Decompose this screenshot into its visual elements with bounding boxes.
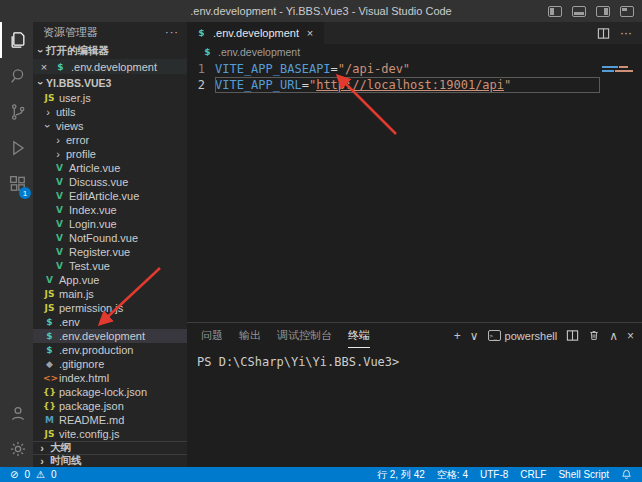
tree-item[interactable]: ◆.gitignore (33, 357, 187, 371)
tree-item-label: Login.vue (69, 218, 117, 230)
tab-env-development[interactable]: $ .env.development × (187, 22, 324, 44)
problems-status[interactable]: ⊘ 0 ⚠ 0 (10, 469, 56, 480)
project-root-header[interactable]: › YI.BBS.VUE3 (33, 74, 187, 91)
env-file-icon: $ (43, 331, 56, 341)
env-file-icon: $ (201, 47, 214, 57)
tree-item[interactable]: VArticle.vue (33, 161, 187, 175)
env-file-icon: $ (54, 62, 67, 72)
extensions-icon[interactable]: 1 (0, 166, 33, 202)
tab-close-icon[interactable]: × (304, 27, 316, 39)
notifications-bell-icon[interactable] (621, 469, 632, 480)
env-file-icon: $ (195, 28, 208, 38)
vue-file-icon: V (53, 205, 66, 215)
tree-item[interactable]: VEditArticle.vue (33, 189, 187, 203)
more-actions-icon[interactable]: ··· (620, 26, 632, 40)
git-file-icon: ◆ (43, 359, 56, 369)
tree-item[interactable]: VNotFound.vue (33, 231, 187, 245)
tree-item-label: profile (66, 148, 96, 160)
split-terminal-icon[interactable] (566, 329, 579, 342)
panel-tab[interactable]: 终端 (348, 323, 370, 348)
tree-item[interactable]: ›error (33, 133, 187, 147)
tree-item[interactable]: $.env (33, 315, 187, 329)
panel-tab[interactable]: 输出 (239, 323, 261, 348)
code-area: 1VITE_APP_BASEAPI="/api-dev"2VITE_APP_UR… (187, 59, 642, 322)
close-icon[interactable]: × (38, 61, 50, 73)
vue-file-icon: V (53, 247, 66, 257)
tree-item[interactable]: ›views (33, 119, 187, 133)
sidebar-title-row: 资源管理器 ··· (33, 22, 187, 42)
account-icon[interactable] (0, 395, 33, 431)
split-editor-icon[interactable] (597, 27, 610, 40)
settings-gear-icon[interactable] (0, 431, 33, 467)
json-file-icon: {} (43, 401, 56, 411)
tree-item[interactable]: VIndex.vue (33, 203, 187, 217)
breadcrumb[interactable]: $ .env.development (187, 44, 642, 59)
encoding[interactable]: UTF-8 (480, 469, 508, 480)
language-mode[interactable]: Shell Script (558, 469, 609, 480)
tree-item-label: Test.vue (69, 260, 110, 272)
tree-item-label: README.md (59, 414, 124, 426)
minimap[interactable] (600, 61, 642, 322)
tree-item-label: utils (56, 106, 76, 118)
tree-item[interactable]: <>index.html (33, 371, 187, 385)
tree-item[interactable]: JSvite.config.js (33, 427, 187, 441)
toggle-panel-icon[interactable] (572, 6, 586, 17)
close-panel-icon[interactable]: × (627, 329, 634, 343)
extensions-badge: 1 (19, 187, 31, 199)
explorer-icon[interactable] (0, 22, 33, 58)
run-debug-icon[interactable] (0, 130, 33, 166)
panel-tab[interactable]: 调试控制台 (277, 323, 332, 348)
tree-item[interactable]: JSuser.js (33, 91, 187, 105)
tree-item[interactable]: VRegister.vue (33, 245, 187, 259)
eol-sequence[interactable]: CRLF (520, 469, 546, 480)
cursor-position[interactable]: 行 2, 列 42 (377, 468, 425, 482)
tree-item[interactable]: $.env.development (33, 329, 187, 343)
outline-section-header[interactable]: › 大纲 (33, 441, 187, 454)
js-file-icon: JS (43, 429, 56, 439)
terminal-content[interactable]: PS D:\CSharp\Yi\Yi.BBS.Vue3> (187, 348, 642, 467)
sidebar-more-actions-icon[interactable]: ··· (165, 26, 179, 38)
vue-file-icon: V (53, 261, 66, 271)
timeline-section-header[interactable]: › 时间线 (33, 454, 187, 467)
toggle-primary-sidebar-icon[interactable] (548, 6, 562, 17)
warnings-count: 0 (51, 469, 57, 480)
editor-tab-bar: $ .env.development × ··· (187, 22, 642, 44)
tree-item[interactable]: JSmain.js (33, 287, 187, 301)
tree-item[interactable]: {}package-lock.json (33, 385, 187, 399)
open-editor-item[interactable]: × $ .env.development (33, 59, 187, 74)
activity-bar: 1 (0, 22, 33, 467)
tree-item[interactable]: JSpermission.js (33, 301, 187, 315)
kill-terminal-trash-icon[interactable] (588, 329, 600, 342)
toggle-secondary-sidebar-icon[interactable] (596, 6, 610, 17)
new-terminal-icon[interactable]: + (454, 329, 461, 343)
tree-item-label: .env.production (59, 344, 133, 356)
tree-item-label: .env (59, 316, 80, 328)
tree-item[interactable]: MREADME.md (33, 413, 187, 427)
tree-item[interactable]: VDiscuss.vue (33, 175, 187, 189)
customize-layout-icon[interactable] (620, 6, 634, 17)
code-line-2[interactable]: 2VITE_APP_URL="http://localhost:19001/ap… (187, 77, 600, 93)
html-file-icon: <> (43, 373, 56, 383)
main-area: 1 资源管理器 ··· › 打开的编辑器 × $ .env.developmen… (0, 22, 642, 467)
timeline-label: 时间线 (50, 454, 82, 468)
terminal-profile-dropdown-icon[interactable]: ∨ (470, 329, 479, 343)
search-icon[interactable] (0, 58, 33, 94)
source-control-icon[interactable] (0, 94, 33, 130)
terminal-instance-powershell[interactable]: >_ powershell (488, 330, 558, 342)
tree-item[interactable]: ›utils (33, 105, 187, 119)
tree-item[interactable]: ›profile (33, 147, 187, 161)
tree-item-label: EditArticle.vue (69, 190, 139, 202)
open-editors-header[interactable]: › 打开的编辑器 (33, 42, 187, 59)
tree-item[interactable]: VLogin.vue (33, 217, 187, 231)
code-line-1[interactable]: 1VITE_APP_BASEAPI="/api-dev" (187, 61, 600, 77)
tree-item[interactable]: VTest.vue (33, 259, 187, 273)
maximize-panel-icon[interactable]: ∧ (609, 329, 618, 343)
tree-item-label: error (66, 134, 89, 146)
panel-tab[interactable]: 问题 (201, 323, 223, 348)
line-content: VITE_APP_BASEAPI="/api-dev" (215, 61, 600, 77)
indentation[interactable]: 空格: 4 (437, 468, 468, 482)
tree-item[interactable]: $.env.production (33, 343, 187, 357)
panel-actions: + ∨ >_ powershell ∧ × (454, 323, 634, 348)
tree-item[interactable]: {}package.json (33, 399, 187, 413)
tree-item[interactable]: VApp.vue (33, 273, 187, 287)
